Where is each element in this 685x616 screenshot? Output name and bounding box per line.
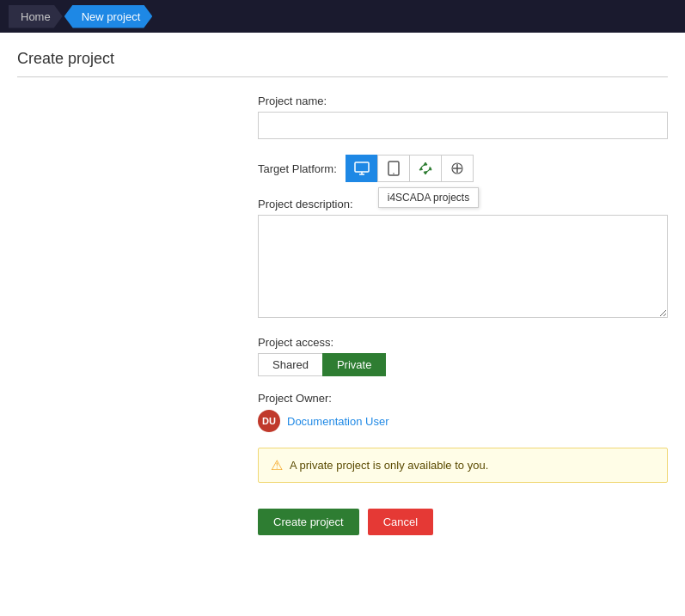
project-description-input[interactable]: [258, 215, 668, 318]
owner-row: DU Documentation User: [258, 410, 668, 432]
platform-btn-tablet[interactable]: [377, 155, 410, 182]
form-left-spacer: [17, 95, 258, 535]
project-access-group: Project access: Shared Private: [258, 336, 668, 376]
platform-buttons: i4SCADA projects: [346, 155, 473, 182]
breadcrumb-home[interactable]: Home: [9, 5, 63, 28]
breadcrumb-current[interactable]: New project: [64, 5, 153, 28]
form-right: Project name: Target Platform:: [258, 95, 668, 535]
cancel-button[interactable]: Cancel: [368, 509, 433, 535]
avatar: DU: [258, 410, 280, 432]
target-platform-group: Target Platform:: [258, 155, 668, 182]
header: Home New project: [0, 0, 685, 33]
page-content: Create project Project name: Target Plat…: [0, 33, 685, 552]
project-name-input[interactable]: [258, 112, 668, 139]
project-owner-group: Project Owner: DU Documentation User: [258, 392, 668, 432]
access-private-button[interactable]: Private: [322, 353, 386, 376]
target-platform-label: Target Platform:: [258, 162, 337, 175]
form-area: Project name: Target Platform:: [17, 95, 668, 535]
owner-name[interactable]: Documentation User: [287, 415, 389, 428]
platform-btn-tool[interactable]: [441, 155, 474, 182]
project-name-group: Project name:: [258, 95, 668, 139]
project-description-group: Project description:: [258, 198, 668, 320]
action-buttons: Create project Cancel: [258, 509, 668, 535]
project-owner-label: Project Owner:: [258, 392, 668, 405]
access-shared-button[interactable]: Shared: [258, 353, 322, 376]
platform-tooltip: i4SCADA projects: [378, 187, 479, 208]
access-buttons: Shared Private: [258, 353, 668, 376]
project-access-label: Project access:: [258, 336, 668, 349]
svg-rect-0: [355, 162, 369, 172]
platform-btn-recycling[interactable]: [409, 155, 442, 182]
page-title: Create project: [17, 50, 668, 77]
info-message: A private project is only available to y…: [290, 459, 488, 472]
project-name-label: Project name:: [258, 95, 668, 107]
platform-btn-monitor[interactable]: [346, 155, 378, 182]
info-box: ⚠ A private project is only available to…: [258, 448, 668, 483]
svg-point-4: [393, 173, 394, 174]
create-project-button[interactable]: Create project: [258, 509, 359, 535]
warning-icon: ⚠: [271, 457, 283, 473]
